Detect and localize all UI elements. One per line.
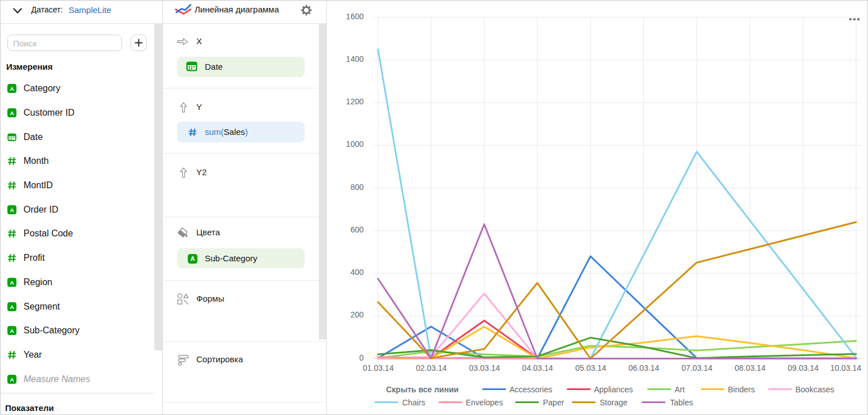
svg-text:1400: 1400 <box>346 54 364 63</box>
svg-text:600: 600 <box>351 225 364 234</box>
svg-text:A: A <box>10 279 14 285</box>
svg-text:1000: 1000 <box>346 139 364 149</box>
svg-text:04.03.14: 04.03.14 <box>522 363 553 372</box>
svg-text:A: A <box>10 328 14 334</box>
svg-text:08.03.14: 08.03.14 <box>735 363 766 372</box>
svg-text:0: 0 <box>359 353 364 362</box>
svg-text:A: A <box>10 86 14 92</box>
svg-text:05.03.14: 05.03.14 <box>575 363 606 372</box>
svg-text:07.03.14: 07.03.14 <box>681 363 713 372</box>
svg-text:01.03.14: 01.03.14 <box>363 363 394 372</box>
svg-text:10.03.14: 10.03.14 <box>831 363 862 372</box>
svg-text:A: A <box>191 255 195 262</box>
svg-text:A: A <box>10 110 14 116</box>
svg-text:A: A <box>10 206 14 213</box>
svg-text:200: 200 <box>351 310 364 319</box>
svg-text:A: A <box>10 376 14 382</box>
svg-text:03.03.14: 03.03.14 <box>469 363 500 372</box>
svg-text:02.03.14: 02.03.14 <box>416 363 447 372</box>
svg-text:800: 800 <box>351 183 364 192</box>
svg-text:A: A <box>10 303 14 310</box>
svg-text:400: 400 <box>351 268 364 277</box>
svg-text:06.03.14: 06.03.14 <box>629 363 660 372</box>
svg-text:09.03.14: 09.03.14 <box>788 363 819 372</box>
svg-text:1600: 1600 <box>346 12 364 21</box>
svg-text:1200: 1200 <box>346 97 364 106</box>
